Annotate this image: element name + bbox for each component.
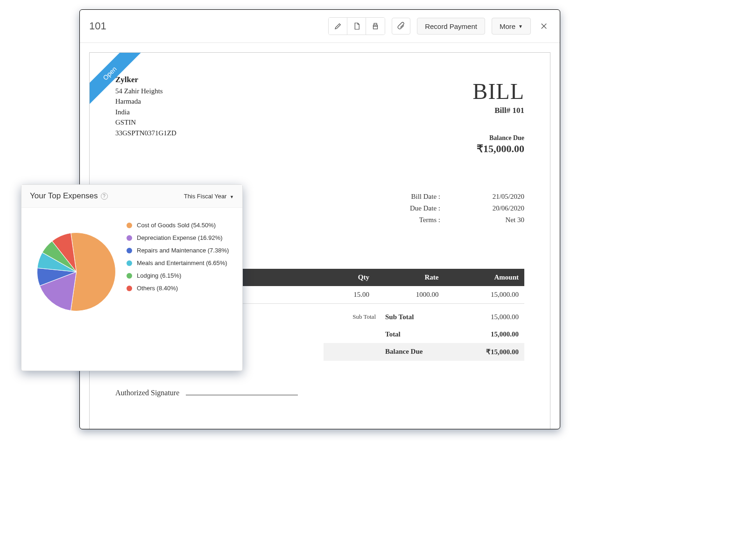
more-button-label: More <box>500 22 515 30</box>
legend-label: Others (8.40%) <box>137 285 178 292</box>
legend-swatch <box>127 235 132 241</box>
terms-label: Terms : <box>384 216 440 224</box>
company-gstin: 33GSPTN0371G1ZD <box>115 128 524 139</box>
company-address-1: 54 Zahir Heights <box>115 86 524 97</box>
balance-due-block: Balance Due ₹15,000.00 <box>477 134 524 155</box>
close-button[interactable] <box>537 20 550 33</box>
printer-icon <box>371 22 380 30</box>
edit-button[interactable] <box>329 18 347 35</box>
subtotal-label: Sub Total <box>376 313 463 321</box>
more-button[interactable]: More ▼ <box>492 18 531 35</box>
subtotal-value: 15,000.00 <box>463 313 519 321</box>
status-badge: Open <box>90 53 143 106</box>
legend-label: Depreciation Expense (16.92%) <box>137 234 223 241</box>
subtotal-hint: Sub Total <box>329 313 376 321</box>
legend-label: Meals and Entertainment (6.65%) <box>137 259 227 266</box>
legend-item: Others (8.40%) <box>127 285 233 292</box>
cell-rate: 1000.00 <box>375 286 444 304</box>
balance-due-label: Balance Due <box>477 134 524 142</box>
print-button[interactable] <box>366 18 385 35</box>
toolbar-icon-group <box>328 17 385 35</box>
bill-meta: Bill Date : 21/05/2020 Due Date : 20/06/… <box>384 193 524 228</box>
bill-title: BILL <box>472 78 524 104</box>
total-value: 15,000.00 <box>463 330 519 338</box>
legend-label: Repairs and Maintenance (7.38%) <box>137 247 229 254</box>
bill-number: Bill# 101 <box>472 106 524 115</box>
top-expenses-card: Your Top Expenses ? This Fiscal Year ▼ C… <box>21 184 243 371</box>
signature-label: Authorized Signature <box>115 389 179 397</box>
balance-due-amount: ₹15,000.00 <box>477 143 524 155</box>
company-address-2: Harmada <box>115 96 524 107</box>
legend-swatch <box>127 286 132 291</box>
balance-row-label: Balance Due <box>376 348 463 356</box>
cell-amount: 15,000.00 <box>444 286 524 304</box>
company-gstin-label: GSTIN <box>115 117 524 128</box>
company-name: Zylker <box>115 74 524 86</box>
company-block: Zylker 54 Zahir Heights Harmada India GS… <box>115 74 524 138</box>
period-label: This Fiscal Year <box>184 193 227 200</box>
svg-rect-0 <box>374 27 378 29</box>
legend-swatch <box>127 260 132 266</box>
col-rate: Rate <box>375 269 444 286</box>
legend-item: Meals and Entertainment (6.65%) <box>127 259 233 266</box>
bill-date-label: Bill Date : <box>384 193 440 201</box>
pdf-icon <box>352 22 361 30</box>
legend-swatch <box>127 273 132 279</box>
legend-item: Depreciation Expense (16.92%) <box>127 234 233 241</box>
chevron-down-icon: ▼ <box>230 195 234 199</box>
legend-label: Cost of Goods Sold (54.50%) <box>137 222 216 229</box>
legend-item: Lodging (6.15%) <box>127 272 233 279</box>
expenses-pie-chart <box>35 231 117 313</box>
legend-swatch <box>127 223 132 228</box>
status-ribbon: Open <box>90 53 146 109</box>
close-icon <box>540 22 548 30</box>
bill-heading: BILL Bill# 101 <box>472 78 524 115</box>
legend-swatch <box>127 248 132 253</box>
signature-line <box>186 395 298 395</box>
pencil-icon <box>334 22 342 30</box>
help-icon[interactable]: ? <box>101 193 108 200</box>
expenses-body: Cost of Goods Sold (54.50%) Depreciation… <box>21 208 242 327</box>
terms-value: Net 30 <box>478 216 524 224</box>
due-date-label: Due Date : <box>384 204 440 212</box>
legend-label: Lodging (6.15%) <box>137 272 181 279</box>
expenses-legend: Cost of Goods Sold (54.50%) Depreciation… <box>122 222 233 313</box>
total-label: Total <box>376 330 463 338</box>
pdf-button[interactable] <box>347 18 366 35</box>
bill-toolbar: 101 Record Payment More ▼ <box>80 10 560 43</box>
svg-rect-1 <box>374 23 377 25</box>
chevron-down-icon: ▼ <box>518 24 523 29</box>
col-amount: Amount <box>444 269 524 286</box>
period-selector[interactable]: This Fiscal Year ▼ <box>184 193 234 200</box>
expenses-title: Your Top Expenses <box>30 191 98 201</box>
col-qty: Qty <box>320 269 375 286</box>
expenses-header: Your Top Expenses ? This Fiscal Year ▼ <box>21 185 242 208</box>
legend-item: Repairs and Maintenance (7.38%) <box>127 247 233 254</box>
bill-date-value: 21/05/2020 <box>478 193 524 201</box>
cell-qty: 15.00 <box>320 286 375 304</box>
due-date-value: 20/06/2020 <box>478 204 524 212</box>
company-country: India <box>115 107 524 118</box>
legend-item: Cost of Goods Sold (54.50%) <box>127 222 233 229</box>
balance-row-value: ₹15,000.00 <box>463 348 519 356</box>
page-title: 101 <box>89 20 106 32</box>
signature-block: Authorized Signature <box>115 389 524 397</box>
attachment-button[interactable] <box>392 18 410 35</box>
record-payment-button[interactable]: Record Payment <box>417 18 485 35</box>
paperclip-icon <box>397 22 405 30</box>
